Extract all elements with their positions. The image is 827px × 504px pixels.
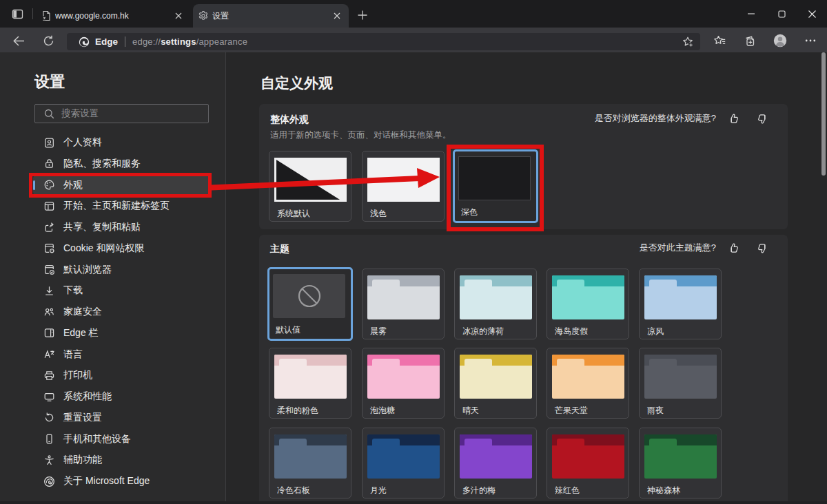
theme-thumbnail bbox=[552, 434, 624, 479]
sidebar-item-downloads[interactable]: 下载 bbox=[33, 281, 210, 300]
maximize-button[interactable] bbox=[766, 0, 797, 28]
gear-favicon-icon bbox=[198, 10, 209, 21]
theme-card[interactable]: 泡泡糖 bbox=[362, 348, 445, 419]
settings-menu-button[interactable] bbox=[804, 34, 817, 48]
theme-card[interactable]: 神秘森林 bbox=[639, 428, 722, 498]
thumbs-up-button[interactable] bbox=[727, 112, 739, 125]
tab-settings[interactable]: 设置 bbox=[193, 4, 349, 28]
tab-close-icon[interactable] bbox=[173, 10, 184, 21]
thumbs-down-button[interactable] bbox=[756, 112, 768, 125]
back-button[interactable] bbox=[8, 32, 29, 50]
profile-avatar-icon bbox=[773, 32, 787, 49]
annotation-box-dark-option bbox=[447, 145, 544, 231]
theme-card[interactable]: 雨夜 bbox=[639, 348, 722, 419]
theme-thumbnail bbox=[460, 275, 532, 319]
plus-icon bbox=[357, 10, 368, 21]
theme-card[interactable]: 冷色石板 bbox=[269, 428, 351, 498]
theme-label: 泡泡糖 bbox=[370, 405, 395, 417]
theme-thumbnail bbox=[367, 434, 440, 479]
annotation-box-appearance-item bbox=[29, 173, 212, 198]
cookies-icon bbox=[43, 242, 55, 254]
url-host: settings bbox=[161, 36, 196, 47]
theme-card[interactable]: 多汁的梅 bbox=[454, 428, 537, 498]
theme-label: 凉风 bbox=[647, 326, 664, 337]
download-icon bbox=[43, 285, 55, 297]
system-default-thumbnail bbox=[274, 158, 347, 202]
sidebar-item-phone-devices[interactable]: 手机和其他设备 bbox=[33, 430, 210, 449]
refresh-icon bbox=[43, 35, 54, 47]
sidebar-item-system-performance[interactable]: 系统和性能 bbox=[33, 387, 210, 406]
theme-card[interactable]: 辣红色 bbox=[547, 428, 629, 498]
theme-card[interactable]: 凉风 bbox=[639, 269, 722, 339]
sidebar-item-profile[interactable]: 个人资料 bbox=[33, 133, 210, 152]
star-plus-icon[interactable] bbox=[682, 36, 694, 48]
appearance-option-light[interactable]: 浅色 bbox=[362, 151, 445, 222]
sidebar-item-label: 语言 bbox=[63, 348, 83, 361]
edge-logo-icon bbox=[43, 476, 55, 487]
close-window-button[interactable] bbox=[797, 0, 827, 28]
sidebar-item-label: 下载 bbox=[63, 284, 83, 297]
thumbs-up-button[interactable] bbox=[727, 242, 739, 254]
theme-card[interactable]: 海岛度假 bbox=[547, 269, 629, 339]
sidebar-item-about-edge[interactable]: 关于 Microsoft Edge bbox=[33, 472, 210, 491]
refresh-button[interactable] bbox=[38, 32, 59, 50]
sidebar-item-family-safety[interactable]: 家庭安全 bbox=[33, 302, 210, 322]
theme-tab-shape bbox=[557, 359, 584, 366]
page-title: 自定义外观 bbox=[261, 74, 333, 93]
appearance-option-system-default[interactable]: 系统默认 bbox=[269, 151, 351, 222]
theme-card[interactable]: 月光 bbox=[362, 428, 445, 498]
theme-card[interactable]: 柔和的粉色 bbox=[269, 348, 351, 419]
theme-tab-shape bbox=[464, 359, 492, 366]
sidebar-item-privacy[interactable]: 隐私、搜索和服务 bbox=[33, 154, 210, 174]
feedback-question: 是否对此主题满意? bbox=[640, 242, 716, 254]
sidebar-item-edge-bar[interactable]: Edge 栏 bbox=[33, 324, 210, 343]
profile-icon bbox=[43, 137, 55, 149]
settings-search-input[interactable]: 搜索设置 bbox=[34, 104, 209, 123]
languages-icon bbox=[43, 348, 55, 360]
theme-label: 芒果天堂 bbox=[555, 405, 588, 417]
theme-label: 海岛度假 bbox=[555, 326, 588, 337]
sidebar-item-cookies-permissions[interactable]: Cookie 和网站权限 bbox=[33, 239, 210, 258]
theme-thumbnail bbox=[644, 434, 717, 479]
tab-google[interactable]: www.google.com.hk bbox=[36, 4, 190, 28]
tab-actions-menu-button[interactable] bbox=[7, 5, 28, 23]
theme-card-default[interactable]: 默认值 bbox=[267, 267, 353, 341]
sidebar-item-share-copy-paste[interactable]: 共享、复制和粘贴 bbox=[33, 218, 210, 237]
sidebar-item-start-home[interactable]: 开始、主页和新建标签页 bbox=[33, 196, 210, 216]
sidebar-item-printers[interactable]: 打印机 bbox=[33, 366, 210, 385]
search-placeholder: 搜索设置 bbox=[61, 107, 99, 120]
printer-icon bbox=[43, 370, 55, 381]
address-bar[interactable]: Edge edge://settings/appearance bbox=[67, 33, 700, 50]
sidebar-item-label: 家庭安全 bbox=[63, 306, 102, 318]
theme-thumbnail bbox=[552, 355, 624, 399]
sidebar-item-label: 打印机 bbox=[63, 369, 92, 381]
sidebar-item-reset-settings[interactable]: 重置设置 bbox=[33, 408, 210, 428]
sidebar-item-label: 隐私、搜索和服务 bbox=[63, 158, 141, 170]
theme-tab-shape bbox=[279, 359, 307, 366]
sidebar-item-languages[interactable]: 语言 bbox=[33, 345, 210, 364]
thumbs-up-icon bbox=[728, 113, 739, 125]
theme-tab-shape bbox=[279, 439, 307, 446]
scrollbar-thumb[interactable] bbox=[821, 52, 826, 176]
theme-tab-shape bbox=[557, 280, 584, 287]
theme-card[interactable]: 晨雾 bbox=[362, 269, 445, 339]
theme-card[interactable]: 芒果天堂 bbox=[547, 348, 629, 419]
thumbs-down-icon bbox=[757, 113, 768, 125]
collections-button[interactable] bbox=[743, 34, 757, 48]
profile-button[interactable] bbox=[773, 34, 787, 48]
edge-logo-icon bbox=[79, 36, 90, 48]
sidebar-item-accessibility[interactable]: 辅助功能 bbox=[33, 450, 210, 470]
phone-devices-icon bbox=[43, 433, 55, 445]
minimize-button[interactable] bbox=[736, 0, 766, 28]
theme-card[interactable]: 冰凉的薄荷 bbox=[454, 269, 537, 339]
thumbs-down-button[interactable] bbox=[756, 242, 768, 254]
no-theme-icon bbox=[298, 284, 321, 308]
favorites-button[interactable] bbox=[713, 34, 726, 48]
new-tab-button[interactable] bbox=[353, 6, 372, 24]
sidebar-item-default-browser[interactable]: 默认浏览器 bbox=[33, 260, 210, 280]
tab-close-icon[interactable] bbox=[331, 10, 343, 21]
theme-label: 神秘森林 bbox=[647, 485, 680, 496]
theme-card[interactable]: 晴天 bbox=[454, 348, 537, 419]
url-path: /appearance bbox=[196, 36, 247, 47]
theme-label: 冷色石板 bbox=[277, 485, 310, 496]
